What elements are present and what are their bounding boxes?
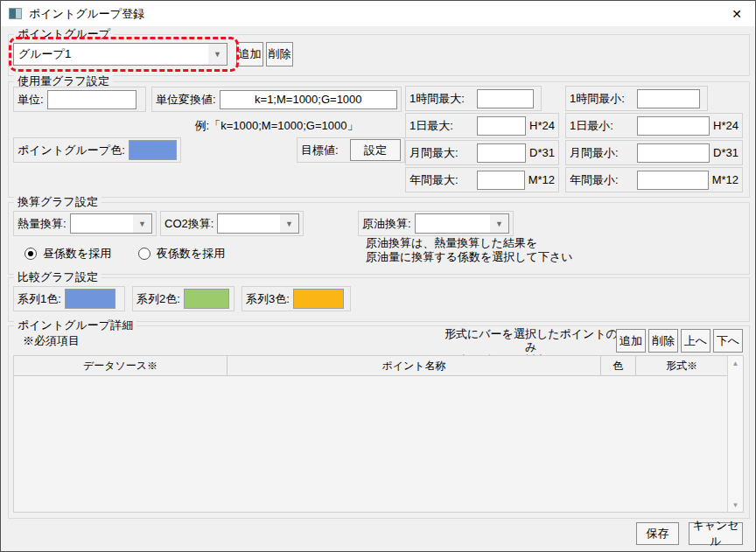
series3-color-panel: 系列3色:	[242, 286, 351, 311]
point-group-select[interactable]: グループ1 ▼	[13, 43, 228, 66]
hour-max-label: 1時間最大:	[410, 91, 473, 107]
required-items-note: ※必須項目	[23, 333, 80, 349]
group-color-swatch[interactable]	[129, 140, 177, 160]
day-min-input[interactable]	[637, 116, 710, 136]
add-point-button[interactable]: 追加	[616, 329, 646, 353]
day-min-label: 1日最小:	[570, 118, 634, 134]
heat-conversion-value	[71, 214, 133, 233]
target-set-button[interactable]: 設定	[350, 139, 401, 161]
table-body-empty	[14, 375, 728, 512]
unit-conversion-input[interactable]	[220, 90, 397, 109]
oil-conversion-panel: 原油換算: ▼	[358, 211, 514, 236]
stacked-graph-note-line1: 形式にバーを選択したポイントのみ	[439, 327, 623, 353]
co2-conversion-panel: CO2換算: ▼	[160, 211, 304, 236]
hour-min-input[interactable]	[637, 89, 700, 108]
point-group-section-label: ポイントグループ	[14, 27, 114, 41]
dropdown-arrow-icon: ▼	[208, 44, 227, 65]
year-min-input[interactable]	[637, 171, 709, 190]
heat-conversion-select[interactable]: ▼	[70, 213, 152, 234]
point-group-detail-section-label: ポイントグループ詳細	[14, 318, 136, 332]
unit-panel: 単位:	[13, 87, 146, 112]
co2-conversion-select[interactable]: ▼	[217, 213, 299, 234]
year-max-input[interactable]	[477, 171, 525, 190]
radio-unselected-icon	[138, 248, 150, 260]
scroll-up-icon[interactable]: ▲	[728, 356, 743, 370]
point-group-section: ポイントグループ グループ1 ▼ 追加 削除	[8, 34, 750, 76]
month-min-label: 月間最小:	[570, 145, 634, 161]
move-down-button[interactable]: 下へ	[713, 329, 743, 353]
table-scrollbar[interactable]: ▲ ▼	[727, 356, 743, 512]
night-coefficient-radio[interactable]: 夜係数を採用	[138, 246, 225, 262]
heat-conversion-panel: 熱量換算: ▼	[13, 211, 157, 236]
target-value-label: 目標値:	[301, 143, 339, 158]
oil-conversion-note: 原油換算は、熱量換算した結果を 原油量に換算する係数を選択して下さい	[366, 236, 572, 264]
conversion-graph-section: 換算グラフ設定 熱量換算: ▼ CO2換算: ▼ 原油換算: ▼ 昼係数を採用	[8, 202, 750, 275]
scroll-down-icon[interactable]: ▼	[728, 498, 743, 512]
conversion-graph-section-label: 換算グラフ設定	[14, 195, 102, 209]
day-min-suffix: H*24	[713, 119, 738, 132]
column-header-point-name[interactable]: ポイント名称	[228, 356, 601, 375]
window-icon	[9, 8, 22, 19]
series3-color-label: 系列3色:	[246, 291, 290, 307]
point-detail-table: データソース※ ポイント名称 色 形式※ ▲ ▼	[13, 355, 744, 513]
group-color-label: ポイントグループ色:	[18, 143, 125, 158]
year-max-label: 年間最大:	[410, 172, 473, 188]
unit-conversion-example: 例:「k=1000;M=1000;G=1000」	[151, 118, 402, 134]
series1-color-panel: 系列1色:	[13, 286, 125, 311]
co2-conversion-value	[218, 214, 280, 233]
column-header-color[interactable]: 色	[601, 356, 636, 375]
month-min-input[interactable]	[637, 143, 710, 163]
save-button[interactable]: 保存	[636, 522, 679, 545]
dropdown-arrow-icon: ▼	[280, 214, 298, 233]
column-header-datasource[interactable]: データソース※	[14, 356, 228, 375]
series2-color-panel: 系列2色:	[132, 286, 234, 311]
dropdown-arrow-icon: ▼	[490, 214, 508, 233]
radio-selected-icon	[24, 248, 37, 260]
heat-conversion-label: 熱量換算:	[18, 216, 66, 232]
series2-color-swatch[interactable]	[184, 289, 229, 309]
night-coefficient-label: 夜係数を採用	[157, 246, 225, 262]
oil-conversion-label: 原油換算:	[362, 216, 411, 232]
series3-color-swatch[interactable]	[293, 289, 344, 309]
close-button[interactable]: ✕	[718, 1, 755, 26]
month-max-panel: 月間最大: D*31	[405, 140, 559, 165]
hour-max-input[interactable]	[477, 89, 534, 108]
delete-group-button[interactable]: 削除	[266, 42, 293, 66]
hour-min-label: 1時間最小:	[570, 91, 634, 107]
add-group-button[interactable]: 追加	[236, 42, 263, 66]
day-max-suffix: H*24	[529, 119, 555, 132]
year-min-label: 年間最小:	[570, 172, 634, 188]
table-header-row: データソース※ ポイント名称 色 形式※	[14, 356, 743, 376]
day-max-input[interactable]	[477, 116, 526, 136]
year-min-panel: 年間最小: M*12	[565, 167, 743, 192]
year-max-suffix: M*12	[528, 173, 555, 186]
usage-graph-section: 使用量グラフ設定 単位: 単位変換値: 例:「k=1000;M=1000;G=1…	[8, 81, 750, 198]
unit-input[interactable]	[47, 90, 136, 109]
unit-label: 単位:	[18, 92, 44, 108]
month-max-input[interactable]	[477, 143, 526, 163]
month-max-suffix: D*31	[529, 146, 555, 159]
cancel-button[interactable]: キャンセル	[689, 522, 743, 545]
dropdown-arrow-icon: ▼	[133, 214, 151, 233]
point-group-selected-value: グループ1	[14, 44, 208, 65]
comparison-graph-section: 比較グラフ設定 系列1色: 系列2色: 系列3色:	[8, 277, 750, 322]
group-color-panel: ポイントグループ色:	[13, 137, 181, 163]
oil-conversion-note-line1: 原油換算は、熱量換算した結果を	[366, 236, 572, 250]
delete-point-button[interactable]: 削除	[648, 329, 678, 353]
hour-min-panel: 1時間最小:	[565, 86, 708, 111]
month-min-panel: 月間最小: D*31	[565, 140, 743, 165]
day-min-panel: 1日最小: H*24	[565, 113, 743, 138]
day-max-panel: 1日最大: H*24	[405, 113, 559, 138]
series2-color-label: 系列2色:	[136, 291, 180, 307]
oil-conversion-value	[416, 214, 490, 233]
co2-conversion-label: CO2換算:	[164, 216, 214, 232]
column-header-format[interactable]: 形式※	[636, 356, 727, 375]
unit-conversion-label: 単位変換値:	[156, 92, 216, 108]
day-coefficient-radio[interactable]: 昼係数を採用	[24, 246, 111, 262]
hour-max-panel: 1時間最大:	[405, 86, 542, 111]
close-icon: ✕	[732, 7, 742, 21]
oil-conversion-select[interactable]: ▼	[415, 213, 509, 234]
series1-color-swatch[interactable]	[65, 289, 116, 309]
move-up-button[interactable]: 上へ	[681, 329, 710, 353]
title-bar: ポイントグループ登録 ✕	[1, 1, 755, 26]
